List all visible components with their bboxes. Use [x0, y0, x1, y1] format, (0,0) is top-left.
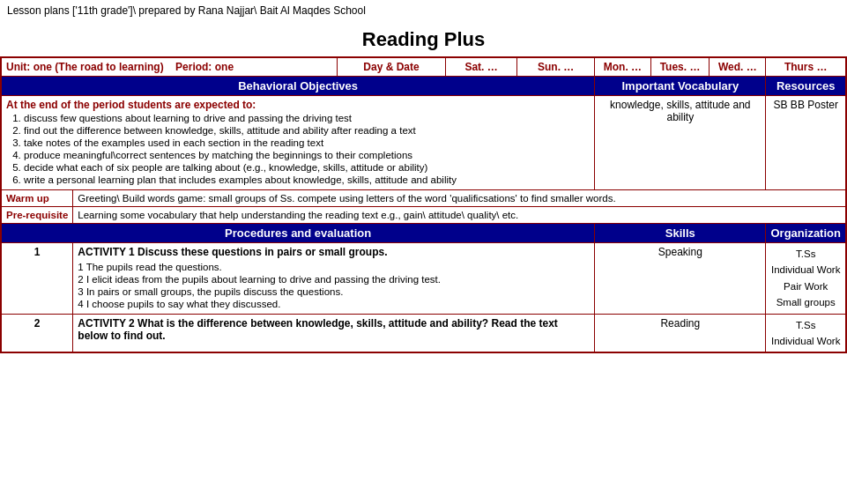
procedures-header-row: Procedures and evaluation Skills Organiz…	[1, 224, 846, 243]
list-item: write a personal learning plan that incl…	[24, 174, 590, 185]
day-date-cell: Day & Date	[337, 57, 445, 77]
activity-1-step-3: 3 In pairs or small groups, the pupils d…	[78, 286, 590, 297]
activity-2-row: 2 ACTIVITY 2 What is the difference betw…	[1, 314, 846, 352]
activity-1-step-2: 2 I elicit ideas from the pupils about l…	[78, 274, 590, 285]
procedures-header: Procedures and evaluation	[1, 224, 595, 243]
activity-2-title: ACTIVITY 2 What is the difference betwee…	[78, 317, 590, 342]
unit-value: one (The road to learning)	[33, 61, 164, 73]
vocabulary-cell: knowledge, skills, attitude and ability	[595, 96, 766, 190]
list-item: produce meaningful\correct sentences by …	[24, 150, 590, 160]
prereq-text: Learning some vocabulary that help under…	[73, 207, 846, 224]
resources-header: Resources	[766, 77, 846, 96]
prereq-row: Pre-requisite Learning some vocabulary t…	[1, 207, 846, 224]
column-headers-row: Behavioral Objectives Important Vocabula…	[1, 77, 846, 96]
activity-1-number: 1	[1, 243, 73, 315]
important-vocabulary-header: Important Vocabulary	[595, 77, 766, 96]
activity-1-skill: Speaking	[595, 243, 766, 315]
objectives-row: At the end of the period students are ex…	[1, 96, 846, 190]
objectives-list: discuss few questions about learning to …	[6, 113, 590, 185]
sat-cell: Sat. …	[446, 57, 517, 77]
activity-1-title: ACTIVITY 1 Discuss these questions in pa…	[78, 246, 590, 258]
activity-2-number: 2	[1, 314, 73, 352]
list-item: find out the difference between knowledg…	[24, 125, 590, 136]
list-item: discuss few questions about learning to …	[24, 113, 590, 123]
period-value: one	[215, 61, 234, 73]
activity-2-org: T.Ss Individual Work	[766, 314, 846, 352]
period-label: Period:	[175, 61, 212, 73]
mon-cell: Mon. …	[595, 57, 651, 77]
wed-cell: Wed. …	[710, 57, 766, 77]
activity-1-step-4: 4 I choose pupils to say what they discu…	[78, 299, 590, 309]
activity-1-org: T.Ss Individual Work Pair Work Small gro…	[766, 243, 846, 315]
warmup-row: Warm up Greeting\ Build words game: smal…	[1, 190, 846, 207]
resources-cell: SB BB Poster	[766, 96, 846, 190]
tues-cell: Tues. …	[650, 57, 710, 77]
sun-cell: Sun. …	[517, 57, 595, 77]
activity-1-row: 1 ACTIVITY 1 Discuss these questions in …	[1, 243, 846, 315]
unit-row: Unit: one (The road to learning) Period:…	[1, 57, 846, 77]
activity-1-content: ACTIVITY 1 Discuss these questions in pa…	[73, 243, 595, 315]
prereq-label: Pre-requisite	[1, 207, 73, 224]
thurs-cell: Thurs …	[766, 57, 846, 77]
lesson-plan-table: Unit: one (The road to learning) Period:…	[0, 56, 847, 353]
warmup-text: Greeting\ Build words game: small groups…	[73, 190, 846, 207]
objectives-cell: At the end of the period students are ex…	[1, 96, 595, 190]
objectives-title: At the end of the period students are ex…	[6, 99, 590, 111]
activity-1-step-1: 1 The pupils read the questions.	[78, 262, 590, 272]
page-title: Reading Plus	[0, 21, 847, 56]
warmup-label: Warm up	[1, 190, 73, 207]
organization-header: Organization	[766, 224, 846, 243]
top-header: Lesson plans ['11th grade']\ prepared by…	[0, 0, 847, 21]
activity-2-skill: Reading	[595, 314, 766, 352]
behavioral-objectives-header: Behavioral Objectives	[1, 77, 595, 96]
list-item: take notes of the examples used in each …	[24, 137, 590, 148]
skills-header: Skills	[595, 224, 766, 243]
activity-2-content: ACTIVITY 2 What is the difference betwee…	[73, 314, 595, 352]
list-item: decide what each of six people are talki…	[24, 162, 590, 173]
unit-label: Unit:	[6, 61, 30, 73]
unit-cell: Unit: one (The road to learning) Period:…	[1, 57, 337, 77]
